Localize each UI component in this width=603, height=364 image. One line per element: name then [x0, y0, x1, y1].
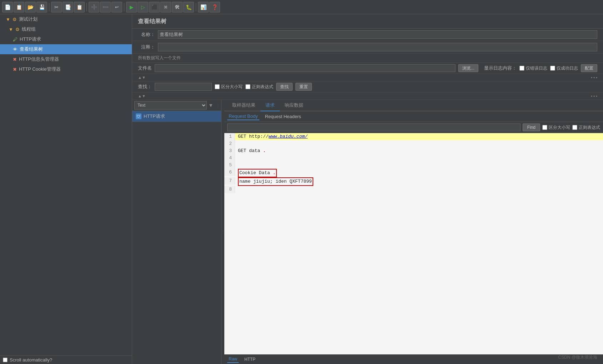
search-label: 查找： — [138, 84, 152, 90]
format-arrow[interactable]: ▼ — [208, 102, 213, 108]
format-select[interactable]: Text XML HTML JSON — [134, 101, 207, 110]
http-header-icon: ✖ — [13, 57, 17, 62]
main-resize-handle[interactable]: ⋮ — [221, 100, 224, 364]
name-input[interactable] — [158, 30, 597, 39]
toolbar: 📄 📋 📂 💾 ✂ 📑 📋 ➕ ➖ ↩ ▶ ▷ ⬛ ✖ 🛠 🐛 📊 ❓ — [0, 0, 603, 14]
arrow-row-1: ▲▼ • • • — [132, 74, 603, 81]
copy-button[interactable]: 📑 — [63, 2, 73, 12]
find-input[interactable] — [227, 123, 520, 131]
find-case-label: 区分大小写 — [549, 125, 570, 131]
help-button[interactable]: ❓ — [209, 2, 220, 12]
sep3 — [124, 3, 124, 11]
cookie-box-cont: name jiujiu; iden QXFT7899 — [238, 177, 313, 186]
error-log-checkbox[interactable] — [519, 66, 524, 71]
start-no-pause-button[interactable]: ▷ — [138, 2, 148, 12]
detail-panel: 取样器结果 请求 响应数据 Request Body Request Heade… — [224, 100, 603, 364]
find-case-checkbox[interactable] — [542, 125, 547, 130]
line-num-3: 3 — [224, 147, 235, 155]
find-regex-group: 正则表达式 — [572, 125, 600, 131]
detail-subtabs: Request Body Request Headers — [224, 111, 603, 122]
find-button[interactable]: 查找 — [276, 83, 293, 91]
http-cookie-label: HTTP Cookie管理器 — [19, 66, 61, 72]
function-helper-button[interactable]: 📊 — [198, 2, 209, 12]
code-line-4: 4 — [224, 155, 603, 162]
thread-icon: ⚙ — [15, 27, 20, 32]
plan-label: 测试计划 — [19, 16, 38, 22]
tab-sampler-result[interactable]: 取样器结果 — [227, 100, 260, 111]
scroll-auto-checkbox[interactable] — [3, 358, 8, 362]
bottom-tab-http[interactable]: HTTP — [243, 356, 257, 363]
save-button[interactable]: 💾 — [36, 2, 47, 12]
expand-button[interactable]: ➕ — [89, 2, 99, 12]
sep4 — [196, 3, 196, 11]
tree-item-http-header-manager[interactable]: ✖ HTTP信息头管理器 — [0, 54, 132, 64]
file-input[interactable] — [155, 64, 455, 72]
url-link[interactable]: www.baidu.com/ — [269, 134, 308, 139]
result-item-http-request[interactable]: 🛡 HTTP请求 — [132, 111, 221, 122]
reset-button[interactable]: 重置 — [295, 83, 312, 91]
browse-button[interactable]: 浏览... — [458, 64, 478, 72]
tree-item-result-tree[interactable]: 👁 查看结果树 — [0, 44, 132, 54]
name-label: 名称： — [138, 31, 155, 38]
find-regex-checkbox[interactable] — [572, 125, 577, 130]
find-regex-label: 正则表达式 — [579, 125, 600, 131]
success-log-checkbox[interactable] — [550, 66, 555, 71]
line-content-2 — [235, 140, 241, 147]
config-button[interactable]: 配置 — [581, 64, 597, 72]
debug-button[interactable]: 🐛 — [183, 2, 194, 12]
http-cookie-icon: ✖ — [13, 67, 17, 72]
stop-button[interactable]: ⬛ — [149, 2, 160, 12]
clear-button[interactable]: ↩ — [111, 2, 122, 12]
watermark: CSDN @微木填沧海 — [558, 354, 597, 360]
code-line-2: 2 — [224, 140, 603, 147]
main-layout: ▼ ⚙ 测试计划 ▼ ⚙ 线程组 🖊 HTTP请求 👁 查看结果树 ✖ HTTP… — [0, 14, 603, 364]
shutdown-button[interactable]: 🛠 — [172, 2, 183, 12]
new-button[interactable]: 📄 — [2, 2, 13, 12]
find-row: Find 区分大小写 正则表达式 — [224, 122, 603, 133]
find-case-group: 区分大小写 — [542, 125, 570, 131]
http-header-label: HTTP信息头管理器 — [19, 56, 59, 62]
subtab-request-headers[interactable]: Request Headers — [264, 113, 303, 120]
search-row: 查找： 区分大小写 正则表达式 查找 重置 — [132, 81, 603, 92]
result-list-empty — [132, 122, 221, 364]
search-input[interactable] — [155, 83, 212, 91]
case-sensitive-checkbox[interactable] — [215, 84, 220, 89]
open-button[interactable]: 📂 — [25, 2, 36, 12]
tree-item-http-cookie-manager[interactable]: ✖ HTTP Cookie管理器 — [0, 64, 132, 74]
panel-title: 查看结果树 — [132, 14, 603, 29]
paste-button[interactable]: 📋 — [74, 2, 85, 12]
section-bar: 所有数据写入一个文件 — [132, 54, 603, 63]
tab-request[interactable]: 请求 — [260, 100, 280, 111]
section-label: 所有数据写入一个文件 — [138, 55, 181, 61]
find-button-detail[interactable]: Find — [523, 123, 540, 131]
subtab-request-body[interactable]: Request Body — [227, 113, 259, 120]
resize-handle[interactable]: ⋮ — [216, 103, 219, 107]
stop-now-button[interactable]: ✖ — [160, 2, 171, 12]
regex-checkbox[interactable] — [245, 84, 250, 89]
tree-item-http-request[interactable]: 🖊 HTTP请求 — [0, 34, 132, 44]
tab-response-data[interactable]: 响应数据 — [280, 100, 308, 111]
line-content-7: name jiujiu; iden QXFT7899 — [235, 177, 313, 186]
sep1 — [49, 3, 49, 11]
collapse-button[interactable]: ➖ — [100, 2, 111, 12]
bottom-tabs: Raw HTTP — [224, 354, 603, 364]
code-area[interactable]: 1 GET http://www.baidu.com/ 2 3 GET data… — [224, 133, 603, 354]
open-templates-button[interactable]: 📋 — [14, 2, 24, 12]
name-row: 名称： — [132, 29, 603, 41]
line-num-8: 8 — [224, 186, 235, 193]
http-request-icon: 🖊 — [13, 37, 18, 42]
code-line-6: 6 Cookie Data . — [224, 169, 603, 177]
cut-button[interactable]: ✂ — [51, 2, 62, 12]
tree-item-plan[interactable]: ▼ ⚙ 测试计划 — [0, 14, 132, 24]
case-sensitive-label: 区分大小写 — [221, 84, 243, 90]
result-item-label: HTTP请求 — [144, 113, 165, 120]
tree-item-thread-group[interactable]: ▼ ⚙ 线程组 — [0, 24, 132, 34]
line-content-8 — [235, 186, 241, 193]
start-button[interactable]: ▶ — [126, 2, 137, 12]
right-panel: 查看结果树 名称： 注释： 所有数据写入一个文件 文件名 浏览... 显示日志内… — [132, 14, 603, 364]
result-list-toolbar: Text XML HTML JSON ▼ ⋮ — [132, 100, 221, 111]
line-content-3: GET data . — [235, 147, 266, 155]
comment-input[interactable] — [158, 43, 597, 51]
success-log-group: 仅成功日志 — [550, 65, 578, 71]
bottom-tab-raw[interactable]: Raw — [227, 356, 239, 363]
